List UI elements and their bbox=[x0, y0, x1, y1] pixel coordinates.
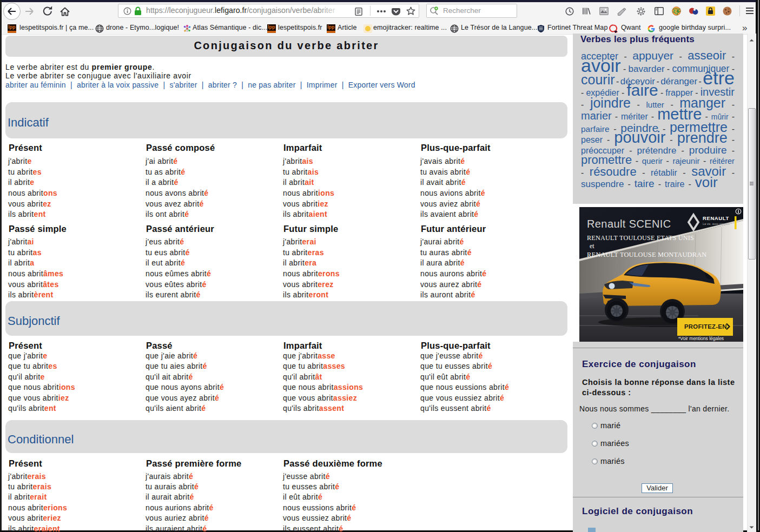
svg-text:et: et bbox=[590, 242, 594, 250]
svg-text:*Voir mentions légales: *Voir mentions légales bbox=[678, 336, 724, 341]
svg-text:PROFITEZ-EN: PROFITEZ-EN bbox=[684, 323, 727, 330]
svg-text:Renault SCENIC: Renault SCENIC bbox=[587, 218, 671, 230]
svg-text:RENAULT: RENAULT bbox=[703, 215, 729, 221]
svg-text:RENAULT TOULOUSE MONTAUDRAN: RENAULT TOULOUSE MONTAUDRAN bbox=[587, 251, 706, 258]
svg-text:La vie, avec passion: La vie, avec passion bbox=[703, 222, 730, 225]
svg-text:RENAULT TOULOUSE ETATS UNIS: RENAULT TOULOUSE ETATS UNIS bbox=[587, 234, 694, 242]
